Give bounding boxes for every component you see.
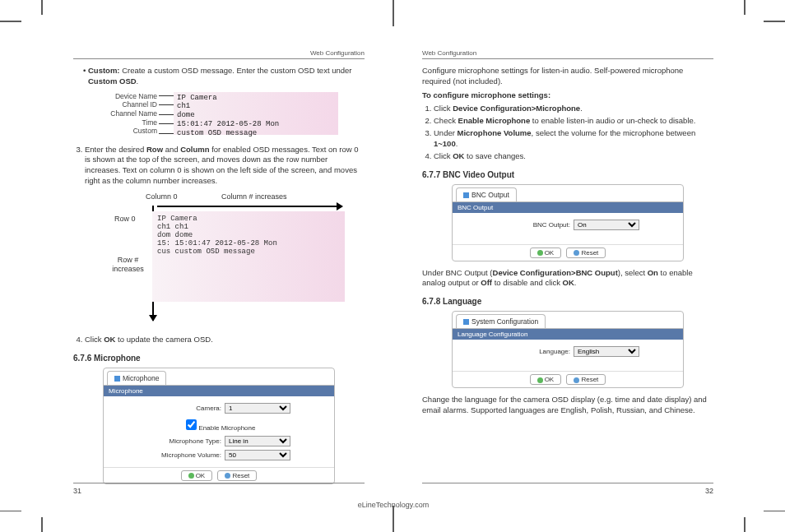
- gear-icon: [463, 319, 469, 325]
- heading-677: 6.7.7 BNC Video Output: [422, 170, 713, 179]
- mic-type-label: Microphone Type:: [147, 437, 221, 445]
- crop-mark: [744, 517, 746, 532]
- tab-label: System Configuration: [471, 317, 538, 326]
- check-icon: [537, 377, 543, 383]
- section-bar: Language Configuration: [453, 329, 683, 340]
- mic-step-2: Check Enable Microphone to enable listen…: [434, 116, 713, 127]
- label-channel-name: Channel Name: [91, 109, 157, 118]
- reset-button[interactable]: Reset: [566, 374, 606, 385]
- osd-line: cus custom OSD message: [157, 247, 340, 256]
- reset-icon: [574, 250, 579, 256]
- osd-line: 15:01:47 2012-05-28 Mon: [177, 120, 335, 129]
- page-header-left: Web Configuration: [73, 49, 365, 59]
- reset-icon: [225, 473, 230, 479]
- label-column-increases: Column # increases: [221, 192, 287, 201]
- mic-volume-label: Microphone Volume:: [147, 451, 221, 459]
- lang-text: Change the language for the camera OSD d…: [422, 395, 713, 416]
- camera-select[interactable]: 1: [225, 403, 290, 414]
- ok-button[interactable]: OK: [530, 247, 562, 258]
- osd-preview-panel: IP Camera ch1 dome 15:01:47 2012-05-28 M…: [174, 92, 338, 135]
- page-spread: Web Configuration • Custom: Create a cus…: [44, 16, 742, 516]
- figure-row-column: Column 0 Column # increases Row 0 Row #i…: [81, 190, 365, 330]
- microphone-panel: Microphone Microphone Camera:1 Enable Mi…: [103, 368, 335, 484]
- label-row-increases: Row #increases: [109, 256, 146, 274]
- enable-mic-label: Enable Microphone: [199, 424, 256, 432]
- bnc-panel: BNC Output BNC Output BNC Output:On OK R…: [452, 184, 684, 261]
- mic-type-select[interactable]: Line in: [225, 436, 290, 446]
- reset-button[interactable]: Reset: [217, 470, 257, 481]
- label-custom: Custom: [91, 127, 157, 136]
- ok-button[interactable]: OK: [181, 470, 213, 481]
- bnc-output-label: BNC Output:: [496, 221, 570, 229]
- page-right: Web Configuration Configure microphone s…: [393, 16, 742, 516]
- reset-icon: [574, 377, 579, 383]
- osd-line: ch1 ch1: [157, 223, 340, 231]
- tab-bnc[interactable]: BNC Output: [456, 187, 517, 201]
- osd-line: custom OSD message: [177, 129, 335, 138]
- check-icon: [537, 250, 543, 256]
- crop-mark: [41, 517, 43, 532]
- step-4: Click OK to update the camera OSD.: [85, 335, 365, 345]
- language-panel: System Configuration Language Configurat…: [452, 311, 684, 388]
- crop-mark: [744, 0, 746, 15]
- bnc-output-select[interactable]: On: [574, 220, 639, 230]
- page-header-right: Web Configuration: [422, 49, 713, 59]
- arrow-columns: [157, 206, 342, 207]
- site-url: eLineTechnology.com: [44, 501, 742, 509]
- tab-label: Microphone: [123, 374, 159, 382]
- mic-config-title: To configure microphone settings:: [422, 90, 713, 101]
- heading-676: 6.7.6 Microphone: [73, 354, 365, 363]
- osd-line: dom dome: [157, 231, 340, 239]
- crop-mark: [0, 21, 21, 22]
- mic-step-3: Under Microphone Volume, select the volu…: [434, 128, 713, 150]
- tab-microphone[interactable]: Microphone: [107, 371, 166, 385]
- page-number-left: 31: [73, 483, 365, 495]
- leader-lines: [159, 95, 174, 143]
- heading-678: 6.7.8 Language: [422, 297, 713, 306]
- enable-mic-checkbox[interactable]: [186, 419, 197, 430]
- custom-osd-bullet: • Custom: Create a custom OSD message. E…: [78, 66, 365, 87]
- page-left: Web Configuration • Custom: Create a cus…: [44, 16, 393, 516]
- label-device-name: Device Name: [91, 92, 157, 101]
- label-time: Time: [91, 118, 157, 127]
- bnc-icon: [463, 192, 469, 198]
- reset-button[interactable]: Reset: [566, 247, 606, 258]
- osd-line: 15: 15:01:47 2012-05-28 Mon: [157, 239, 340, 247]
- osd-line: IP Camera: [157, 215, 340, 223]
- mic-intro: Configure microphone settings for listen…: [422, 66, 713, 87]
- crop-mark: [0, 511, 21, 512]
- figure-osd-labels: Device Name Channel ID Channel Name Time…: [91, 92, 365, 138]
- crop-mark: [764, 511, 785, 512]
- mic-step-4: Click OK to save changes.: [434, 151, 713, 162]
- bnc-text: Under BNC Output (Device Configuration>B…: [422, 268, 713, 289]
- mic-volume-select[interactable]: 50: [225, 450, 290, 460]
- tab-label: BNC Output: [471, 191, 509, 199]
- step-3: Enter the desired Row and Column for ena…: [85, 145, 365, 187]
- crop-mark: [41, 0, 43, 15]
- check-icon: [188, 473, 194, 479]
- osd-line: dome: [177, 111, 335, 120]
- label-channel-id: Channel ID: [91, 100, 157, 109]
- camera-label: Camera:: [147, 405, 221, 412]
- section-bar: Microphone: [104, 386, 334, 396]
- label-row-0: Row 0: [114, 215, 136, 223]
- osd-line: IP Camera: [177, 94, 335, 103]
- crop-mark: [764, 21, 785, 22]
- page-number-right: 32: [422, 483, 713, 495]
- label-column-0: Column 0: [146, 192, 178, 201]
- osd-line: ch1: [177, 102, 335, 111]
- language-select[interactable]: English: [574, 346, 639, 357]
- mic-step-1: Click Device Configuration>Microphone.: [434, 104, 713, 114]
- ok-button[interactable]: OK: [530, 374, 562, 385]
- osd-grid-panel: IP Camera ch1 ch1 dom dome 15: 15:01:47 …: [152, 211, 345, 302]
- mic-icon: [114, 376, 120, 382]
- section-bar: BNC Output: [453, 202, 683, 213]
- tab-system-config[interactable]: System Configuration: [456, 314, 546, 328]
- language-label: Language:: [496, 348, 570, 355]
